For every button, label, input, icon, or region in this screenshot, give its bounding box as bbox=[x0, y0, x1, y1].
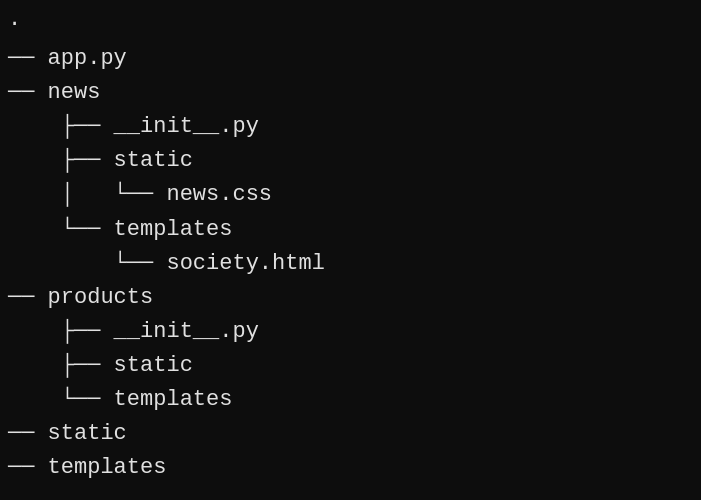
tree-line: ── products bbox=[8, 281, 701, 315]
file-tree: ·── app.py── news ├── __init__.py ├── st… bbox=[8, 8, 701, 485]
tree-line: ├── static bbox=[8, 349, 701, 383]
tree-line: ├── static bbox=[8, 144, 701, 178]
tree-line: · bbox=[8, 8, 701, 42]
tree-line: └── society.html bbox=[8, 247, 701, 281]
tree-line: ├── __init__.py bbox=[8, 315, 701, 349]
tree-line: ── templates bbox=[8, 451, 701, 485]
tree-line: ── news bbox=[8, 76, 701, 110]
tree-line: └── templates bbox=[8, 213, 701, 247]
tree-line: ├── __init__.py bbox=[8, 110, 701, 144]
tree-line: ── app.py bbox=[8, 42, 701, 76]
tree-line: └── templates bbox=[8, 383, 701, 417]
tree-line: ── static bbox=[8, 417, 701, 451]
tree-line: │ └── news.css bbox=[8, 178, 701, 212]
